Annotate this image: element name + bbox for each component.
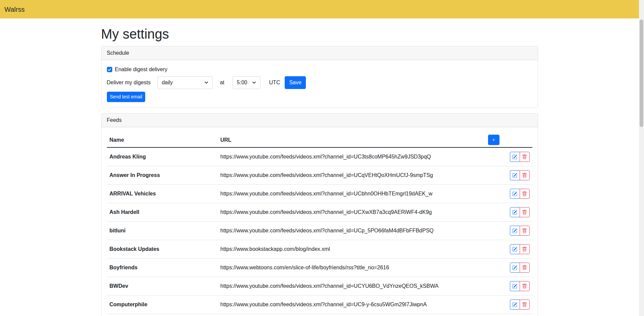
feed-actions	[510, 281, 530, 291]
edit-feed-button[interactable]	[510, 281, 520, 291]
delete-feed-button[interactable]	[520, 226, 530, 236]
pencil-square-icon	[512, 228, 517, 233]
add-feed-button[interactable]: +	[488, 135, 499, 145]
feed-actions	[510, 300, 530, 310]
schedule-card-body: Enable digest delivery Deliver my digest…	[102, 60, 538, 107]
pencil-square-icon	[512, 284, 517, 289]
save-button[interactable]: Save	[285, 76, 306, 89]
edit-feed-button[interactable]	[510, 244, 520, 254]
delete-feed-button[interactable]	[520, 263, 530, 273]
feed-actions	[510, 189, 530, 199]
feed-row: Andreas Kling https://www.youtube.com/fe…	[107, 147, 532, 166]
feed-url: https://www.youtube.com/feeds/videos.xml…	[218, 166, 485, 185]
utc-label: UTC	[269, 80, 280, 86]
feed-actions	[510, 226, 530, 236]
delete-feed-button[interactable]	[520, 189, 530, 199]
pencil-square-icon	[512, 173, 517, 178]
feed-actions	[510, 170, 530, 180]
chevron-down-icon	[252, 81, 256, 85]
feeds-table: Name URL + Andreas Kling https://www.you…	[107, 133, 532, 316]
feed-name: Andreas Kling	[107, 147, 218, 166]
enable-digest-row: Enable digest delivery	[107, 65, 532, 74]
trash-icon	[522, 154, 527, 160]
feed-url: https://www.youtube.com/feeds/videos.xml…	[218, 185, 485, 203]
feed-name: Bookstack Updates	[107, 240, 218, 259]
frequency-select[interactable]: daily	[157, 76, 213, 89]
deliver-label: Deliver my digests	[107, 80, 151, 86]
trash-icon	[522, 302, 527, 307]
feeds-card-body: Name URL + Andreas Kling https://www.you…	[102, 127, 538, 316]
feed-name: Computerphile	[107, 296, 218, 314]
scrollbar[interactable]	[639, 0, 644, 316]
feeds-card-header: Feeds	[102, 114, 538, 127]
edit-feed-button[interactable]	[510, 170, 520, 180]
pencil-square-icon	[512, 210, 517, 215]
feed-row: ARRIVAL Vehicles https://www.youtube.com…	[107, 185, 532, 203]
feed-name: ARRIVAL Vehicles	[107, 185, 218, 203]
navbar: Walrss	[0, 0, 639, 18]
feed-url: https://www.youtube.com/feeds/videos.xml…	[218, 277, 485, 296]
feed-url: https://www.youtube.com/feeds/videos.xml…	[218, 203, 485, 222]
enable-digest-checkbox[interactable]	[107, 67, 112, 72]
feed-name: BWDev	[107, 277, 218, 296]
scrollbar-thumb[interactable]	[640, 19, 643, 127]
feed-url: https://www.youtube.com/feeds/videos.xml…	[218, 314, 485, 316]
feed-row: Computerphile https://www.youtube.com/fe…	[107, 296, 532, 314]
pencil-square-icon	[512, 265, 517, 270]
feed-row: Bookstack Updates https://www.bookstacka…	[107, 240, 532, 259]
feed-actions	[510, 152, 530, 162]
trash-icon	[522, 228, 527, 233]
edit-feed-button[interactable]	[510, 152, 520, 162]
time-value: 5:00	[237, 80, 247, 86]
feed-url: https://www.youtube.com/feeds/videos.xml…	[218, 296, 485, 314]
column-header-url: URL	[218, 133, 485, 147]
pencil-square-icon	[512, 154, 517, 160]
feed-name: Boyfriends	[107, 259, 218, 277]
trash-icon	[522, 284, 527, 289]
feed-url: https://www.bookstackapp.com/blog/index.…	[218, 240, 485, 259]
chevron-down-icon	[204, 81, 208, 85]
feed-actions	[510, 244, 530, 254]
trash-icon	[522, 247, 527, 252]
schedule-card-header: Schedule	[102, 46, 538, 60]
feed-row: Boyfriends https://www.webtoons.com/en/s…	[107, 259, 532, 277]
edit-feed-button[interactable]	[510, 300, 520, 310]
enable-digest-label[interactable]: Enable digest delivery	[115, 66, 168, 73]
feed-row: bitluni https://www.youtube.com/feeds/vi…	[107, 222, 532, 240]
feed-name: Ash Hardell	[107, 203, 218, 222]
feed-actions	[510, 207, 530, 217]
digest-schedule-controls: Deliver my digests daily at 5:00 UTC Sav…	[107, 76, 532, 89]
feed-row: Ash Hardell https://www.youtube.com/feed…	[107, 203, 532, 222]
delete-feed-button[interactable]	[520, 170, 530, 180]
pencil-square-icon	[512, 247, 517, 252]
delete-feed-button[interactable]	[520, 152, 530, 162]
feeds-card: Feeds Name URL + Andreas Kling https://w	[101, 113, 538, 316]
send-test-email-button[interactable]: Send test email	[107, 92, 146, 102]
page-title: My settings	[101, 26, 538, 42]
delete-feed-button[interactable]	[520, 281, 530, 291]
edit-feed-button[interactable]	[510, 226, 520, 236]
feed-row: Fireship https://www.youtube.com/feeds/v…	[107, 314, 532, 316]
edit-feed-button[interactable]	[510, 189, 520, 199]
feed-name: Answer In Progress	[107, 166, 218, 185]
trash-icon	[522, 173, 527, 178]
trash-icon	[522, 210, 527, 215]
feed-row: BWDev https://www.youtube.com/feeds/vide…	[107, 277, 532, 296]
delete-feed-button[interactable]	[520, 300, 530, 310]
at-label: at	[220, 80, 224, 86]
feed-name: bitluni	[107, 222, 218, 240]
feed-url: https://www.youtube.com/feeds/videos.xml…	[218, 222, 485, 240]
brand-link[interactable]: Walrss	[4, 6, 25, 13]
edit-feed-button[interactable]	[510, 263, 520, 273]
time-select[interactable]: 5:00	[233, 76, 260, 89]
delete-feed-button[interactable]	[520, 207, 530, 217]
feed-url: https://www.youtube.com/feeds/videos.xml…	[218, 147, 485, 166]
pencil-square-icon	[512, 191, 517, 196]
trash-icon	[522, 265, 527, 270]
feed-url: https://www.webtoons.com/en/slice-of-lif…	[218, 259, 485, 277]
pencil-square-icon	[512, 302, 517, 307]
column-header-name: Name	[107, 133, 218, 147]
delete-feed-button[interactable]	[520, 244, 530, 254]
feed-row: Answer In Progress https://www.youtube.c…	[107, 166, 532, 185]
edit-feed-button[interactable]	[510, 207, 520, 217]
